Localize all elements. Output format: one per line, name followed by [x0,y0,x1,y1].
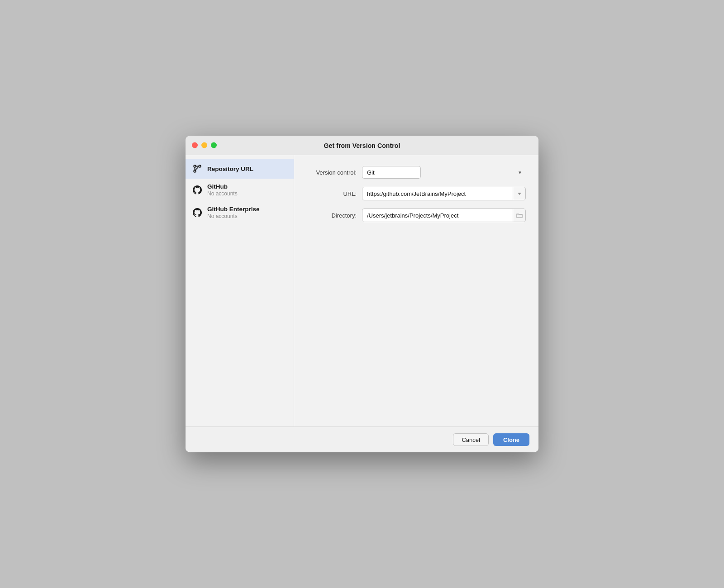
url-dropdown-arrow-icon [517,191,522,196]
sidebar-item-github-text: GitHub No accounts [207,183,238,197]
sidebar-item-github-subtitle: No accounts [207,190,238,197]
dialog: Get from Version Control Re [186,136,538,452]
sidebar-item-github[interactable]: GitHub No accounts [186,179,294,201]
dialog-title: Get from Version Control [324,142,400,149]
svg-marker-4 [518,193,521,195]
sidebar: Repository URL GitHub No accounts [186,155,294,427]
url-label: URL: [307,190,357,197]
sidebar-item-github-enterprise-subtitle: No accounts [207,213,260,219]
url-row: URL: [307,187,526,200]
svg-point-0 [194,165,196,167]
directory-row: Directory: [307,209,526,222]
github-icon [192,185,203,195]
svg-point-2 [199,165,201,167]
close-button[interactable] [192,142,198,148]
directory-label: Directory: [307,212,357,219]
directory-input-wrapper [362,209,526,222]
main-content: Version control: Git Mercurial Subversio… [294,155,538,427]
vcs-icon [192,163,203,174]
sidebar-item-github-enterprise-text: GitHub Enterprise No accounts [207,206,260,219]
sidebar-item-repository-url-text: Repository URL [207,166,253,172]
folder-icon [516,213,523,218]
directory-input[interactable] [362,209,513,222]
dropdown-arrow-icon: ▼ [518,170,522,175]
svg-point-1 [194,170,196,172]
url-input-wrapper [362,187,526,200]
url-input[interactable] [362,187,513,200]
maximize-button[interactable] [211,142,217,148]
version-control-wrapper: Git Mercurial Subversion ▼ [362,166,526,179]
version-control-label: Version control: [307,169,357,176]
github-enterprise-icon [192,207,203,218]
directory-browse-button[interactable] [513,209,525,222]
sidebar-item-repository-url-title: Repository URL [207,166,253,172]
clone-button[interactable]: Clone [493,433,529,446]
version-control-select[interactable]: Git Mercurial Subversion [362,166,421,179]
minimize-button[interactable] [201,142,207,148]
version-control-row: Version control: Git Mercurial Subversio… [307,166,526,179]
sidebar-item-github-enterprise-title: GitHub Enterprise [207,206,260,213]
sidebar-item-repository-url[interactable]: Repository URL [186,159,294,179]
dialog-body: Repository URL GitHub No accounts [186,155,538,427]
dialog-footer: Cancel Clone [186,427,538,452]
sidebar-item-github-enterprise[interactable]: GitHub Enterprise No accounts [186,201,294,224]
sidebar-item-github-title: GitHub [207,183,238,190]
cancel-button[interactable]: Cancel [453,433,488,446]
url-dropdown-button[interactable] [513,187,525,200]
title-bar: Get from Version Control [186,136,538,155]
window-controls [192,142,217,148]
